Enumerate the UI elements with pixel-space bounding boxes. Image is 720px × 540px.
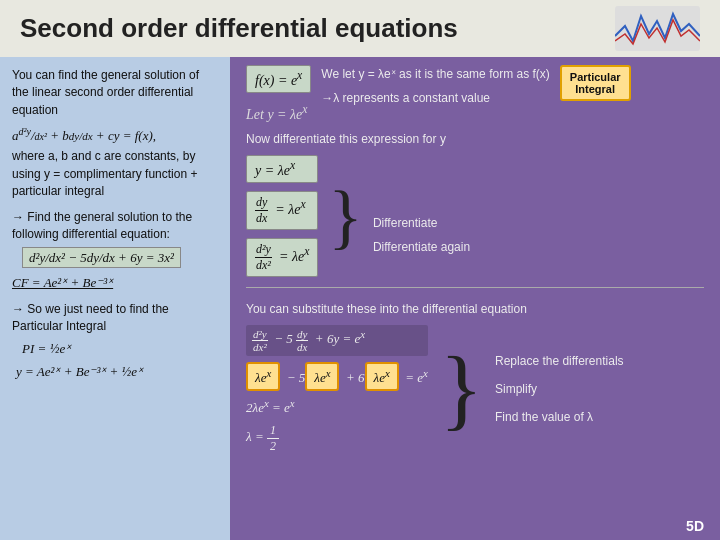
find-lambda-label: Find the value of λ <box>495 410 624 424</box>
wave-graph-icon <box>615 6 700 51</box>
differentiate-again-label: Differentiate again <box>373 240 470 254</box>
differentiate-labels: Differentiate Differentiate again <box>373 178 470 254</box>
substitute-text: You can substitute these into the differ… <box>246 302 704 316</box>
pi-line: PI = ½eˣ <box>22 340 218 359</box>
we-let-text: We let y = λeˣ as it is the same form as… <box>321 65 550 83</box>
substitute-block: d²y dx² − 5 dy dx + 6y = ex λex − 5 <box>246 325 704 454</box>
page-title: Second order differential equations <box>20 13 458 44</box>
lambda-ex-2: λex <box>305 362 339 391</box>
big-brace: } <box>328 180 363 252</box>
d2y-formula-box: d²y dx² = λex <box>246 238 318 277</box>
equation-desc: where a, b and c are constants, by using… <box>12 149 197 198</box>
ode-display: d²y dx² − 5 dy dx + 6y = ex <box>246 325 428 356</box>
separator <box>246 287 704 288</box>
page-number: 5D <box>686 518 704 534</box>
subst-expanded: λex − 5λex + 6λex = ex <box>246 362 428 391</box>
particular-integral-badge: ParticularIntegral <box>560 65 631 101</box>
fx-formula-box: f(x) = ex <box>246 65 311 93</box>
lambda-value-line: λ = 1 2 <box>246 423 428 454</box>
left-intro-text: You can find the general solution of the… <box>12 67 218 119</box>
simplify-label: Simplify <box>495 382 624 396</box>
intro-text: You can find the general solution of the… <box>12 68 199 117</box>
lambda-text: →λ represents a constant value <box>321 89 550 107</box>
big-brace-2: } <box>440 344 483 434</box>
find-general-text: Find the general solution to the followi… <box>12 210 192 241</box>
subst-formulas: d²y dx² − 5 dy dx + 6y = ex λex − 5 <box>246 325 428 454</box>
diff-formulas: y = λex dy dx = λex d²y dx² = λex <box>246 155 318 277</box>
lambda-ex-3: λex <box>365 362 399 391</box>
differentiate-label: Differentiate <box>373 216 470 230</box>
now-differentiate-text: Now differentiate this expression for y <box>246 132 704 146</box>
replace-labels: Replace the differentials Simplify Find … <box>495 354 624 424</box>
let-y-formula: Let y = λex <box>246 103 311 123</box>
ode-formula: ad²y/dx² + bdy/dx + cy = f(x), <box>12 125 218 146</box>
cf-line: CF = Ae²ˣ + Be⁻³ˣ <box>12 274 218 293</box>
main-container: Second order differential equations You … <box>0 0 720 540</box>
right-panel: f(x) = ex Let y = λex We let y = λeˣ as … <box>230 57 720 540</box>
top-formulas-area: f(x) = ex Let y = λex We let y = λeˣ as … <box>246 65 704 122</box>
replace-differentials-label: Replace the differentials <box>495 354 624 368</box>
title-bar: Second order differential equations <box>0 0 720 57</box>
left-panel: You can find the general solution of the… <box>0 57 230 540</box>
so-text: → So we just need to find the Particular… <box>12 301 218 336</box>
right-desc-col: We let y = λeˣ as it is the same form as… <box>321 65 550 107</box>
dy-formula-box: dy dx = λex <box>246 191 318 230</box>
abc-constants-text: where a, b and c are constants, by using… <box>12 148 218 200</box>
so-label: So we just need to find the Particular I… <box>12 302 169 333</box>
arrow-find: → Find the general solution to the follo… <box>12 209 218 244</box>
y-final-line: y = Ae²ˣ + Be⁻³ˣ + ½eˣ <box>16 363 218 382</box>
y-formula-box: y = λex <box>246 155 318 183</box>
ode-problem: d²y/dx² − 5dy/dx + 6y = 3x² <box>22 249 218 268</box>
simplified-line: 2λex = ex <box>246 397 428 416</box>
content-area: You can find the general solution of the… <box>0 57 720 540</box>
differentiation-block: y = λex dy dx = λex d²y dx² = λex <box>246 155 704 277</box>
lambda-ex-1: λex <box>246 362 280 391</box>
left-formula-col: f(x) = ex Let y = λex <box>246 65 311 122</box>
